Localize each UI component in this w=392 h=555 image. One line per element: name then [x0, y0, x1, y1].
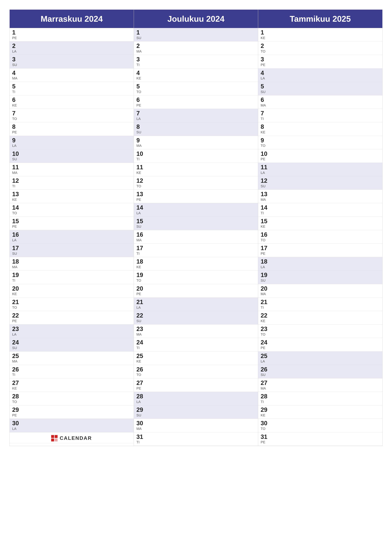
- day-row: 2MA: [134, 41, 258, 55]
- day-abbr: LA: [261, 76, 380, 80]
- day-row: 27PE: [134, 379, 258, 392]
- day-abbr: PE: [136, 386, 256, 390]
- day-abbr: MA: [261, 197, 380, 202]
- day-number: 17: [12, 245, 131, 252]
- day-abbr: PE: [261, 440, 380, 444]
- day-abbr: PE: [261, 252, 380, 256]
- day-number: 30: [261, 420, 380, 427]
- day-row: 7TO: [10, 109, 134, 122]
- day-number: 16: [136, 232, 256, 238]
- day-row: 2TO: [258, 41, 382, 55]
- day-row: 13KE: [10, 190, 134, 203]
- day-abbr: TI: [136, 63, 256, 67]
- day-number: 19: [12, 272, 131, 278]
- day-number: 7: [136, 110, 256, 117]
- day-number: 27: [136, 380, 256, 386]
- day-row: 23TO: [258, 324, 382, 338]
- day-row: 31PE: [258, 432, 382, 446]
- month-header-0: Marraskuu 2024: [10, 10, 134, 28]
- day-abbr: KE: [12, 197, 131, 202]
- day-number: 10: [261, 151, 380, 157]
- day-number: 18: [12, 258, 131, 265]
- day-abbr: MA: [12, 359, 131, 363]
- day-number: 15: [12, 218, 131, 225]
- day-row: 26TO: [134, 365, 258, 379]
- day-abbr: SU: [136, 225, 256, 229]
- day-abbr: LA: [261, 171, 380, 175]
- day-number: 24: [136, 339, 256, 346]
- day-number: 25: [136, 353, 256, 359]
- day-abbr: TO: [136, 278, 256, 283]
- day-abbr: MA: [261, 103, 380, 107]
- day-row: 3SU: [10, 55, 134, 68]
- day-abbr: KE: [136, 265, 256, 269]
- day-abbr: LA: [12, 144, 131, 148]
- day-abbr: SU: [12, 252, 131, 256]
- day-abbr: TI: [136, 252, 256, 256]
- day-row: 17TI: [134, 244, 258, 257]
- day-abbr: KE: [12, 292, 131, 296]
- day-row: 15PE: [10, 217, 134, 230]
- day-abbr: MA: [12, 76, 131, 80]
- day-number: 21: [261, 299, 380, 306]
- day-number: 29: [136, 407, 256, 413]
- day-number: 17: [261, 245, 380, 252]
- day-abbr: TO: [12, 306, 131, 310]
- day-abbr: LA: [12, 332, 131, 336]
- day-abbr: SU: [261, 373, 380, 377]
- day-number: 13: [261, 191, 380, 197]
- day-row: 1KE: [258, 28, 382, 41]
- day-number: 29: [12, 407, 131, 413]
- day-row: 6PE: [134, 95, 258, 109]
- day-number: 3: [12, 56, 131, 63]
- day-row: 8PE: [10, 122, 134, 136]
- day-row: 13PE: [134, 190, 258, 203]
- day-number: 9: [12, 137, 131, 144]
- day-row: 4LA: [258, 68, 382, 82]
- day-abbr: KE: [261, 319, 380, 323]
- day-abbr: LA: [136, 306, 256, 310]
- day-abbr: LA: [261, 265, 380, 269]
- day-number: 4: [136, 70, 256, 76]
- day-number: 5: [261, 83, 380, 90]
- day-number: 28: [261, 393, 380, 400]
- day-row: 25KE: [134, 351, 258, 365]
- day-row: 10SU: [10, 149, 134, 163]
- day-row: 16TO: [258, 230, 382, 244]
- day-number: 2: [261, 43, 380, 49]
- day-abbr: TO: [12, 211, 131, 215]
- day-abbr: KE: [261, 36, 380, 40]
- day-row: 12TI: [10, 176, 134, 190]
- day-abbr: TO: [261, 332, 380, 336]
- day-number: 15: [261, 218, 380, 225]
- day-row: 26TI: [10, 365, 134, 379]
- day-number: 14: [261, 204, 380, 211]
- day-number: 19: [261, 272, 380, 278]
- day-number: 12: [12, 177, 131, 184]
- day-row: 19TO: [134, 270, 258, 284]
- day-number: 26: [12, 366, 131, 373]
- day-abbr: PE: [136, 103, 256, 107]
- day-number: 11: [261, 164, 380, 171]
- day-abbr: SU: [136, 36, 256, 40]
- day-number: 11: [12, 164, 131, 171]
- day-number: 25: [261, 353, 380, 359]
- day-row: 14LA: [134, 203, 258, 217]
- day-number: 6: [136, 97, 256, 103]
- day-row: 23LA: [10, 324, 134, 338]
- day-number: 20: [12, 285, 131, 292]
- day-row: 11LA: [258, 163, 382, 176]
- day-abbr: LA: [136, 211, 256, 215]
- day-abbr: SU: [136, 319, 256, 323]
- day-row: 15SU: [134, 217, 258, 230]
- day-number: 8: [261, 124, 380, 130]
- day-row: 15KE: [258, 217, 382, 230]
- day-abbr: TO: [136, 184, 256, 188]
- day-abbr: TO: [136, 90, 256, 94]
- day-number: 9: [136, 137, 256, 144]
- day-number: 9: [261, 137, 380, 144]
- day-abbr: TI: [261, 400, 380, 404]
- day-number: 12: [261, 177, 380, 184]
- day-number: 14: [136, 204, 256, 211]
- day-number: 11: [136, 164, 256, 171]
